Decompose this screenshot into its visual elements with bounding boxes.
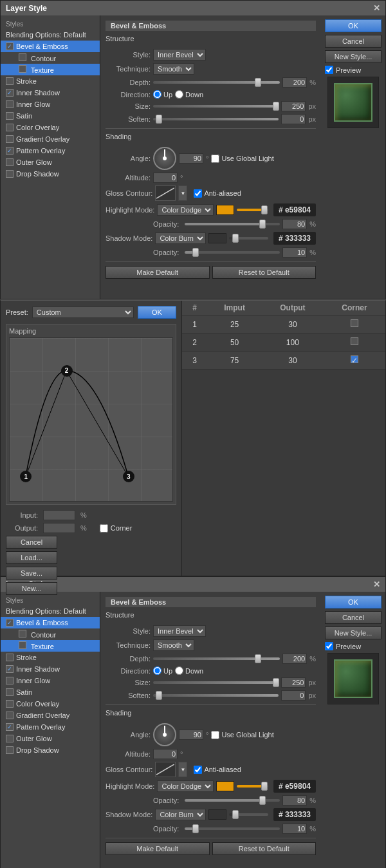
- bevel-emboss-checkbox[interactable]: ✓: [6, 42, 14, 50]
- cancel-button[interactable]: Cancel: [325, 35, 381, 48]
- bot-new-style-button[interactable]: New Style...: [325, 627, 381, 639]
- reset-to-default-button[interactable]: Reset to Default: [212, 266, 317, 279]
- gradient-overlay-checkbox[interactable]: [6, 135, 14, 143]
- bot-style-select[interactable]: Inner Bevel: [153, 625, 206, 637]
- sidebar-item-blending[interactable]: Blending Options: Default: [1, 29, 100, 41]
- sidebar-item-stroke[interactable]: Stroke: [1, 75, 100, 87]
- bot-highlight-opacity-input[interactable]: [282, 795, 307, 806]
- sidebar-item-contour[interactable]: Contour: [1, 52, 100, 64]
- preset-select[interactable]: Custom: [32, 307, 134, 318]
- bot-inner-shadow-checkbox[interactable]: ✓: [6, 665, 14, 673]
- use-global-light-checkbox[interactable]: [211, 155, 219, 163]
- direction-up-radio[interactable]: [153, 90, 161, 99]
- bot-sidebar-item-texture[interactable]: Texture: [1, 640, 100, 652]
- row2-corner-checkbox[interactable]: [351, 337, 358, 345]
- bot-soften-thumb[interactable]: [156, 691, 162, 700]
- contour-checkbox[interactable]: [19, 53, 26, 61]
- make-default-button[interactable]: Make Default: [106, 266, 210, 279]
- curve-cancel-button[interactable]: Cancel: [6, 536, 57, 549]
- shadow-opacity-slider[interactable]: [185, 251, 280, 254]
- bot-sidebar-item-inner-shadow[interactable]: ✓ Inner Shadow: [1, 663, 100, 675]
- bot-altitude-input[interactable]: [153, 749, 178, 759]
- row3-input[interactable]: 75: [207, 352, 261, 370]
- bot-gradient-overlay-checkbox[interactable]: [6, 712, 14, 719]
- direction-down-label[interactable]: Down: [175, 90, 203, 99]
- bot-size-slider[interactable]: [153, 681, 279, 684]
- texture-checkbox[interactable]: [19, 65, 26, 73]
- bot-shadow-color-swatch[interactable]: [208, 809, 226, 820]
- sidebar-item-texture[interactable]: Texture: [1, 64, 100, 75]
- curve-point-1[interactable]: 1: [20, 471, 32, 482]
- bot-anti-aliased-checkbox[interactable]: [194, 766, 202, 774]
- curve-point-2[interactable]: 2: [61, 365, 73, 377]
- sidebar-item-satin[interactable]: Satin: [1, 110, 100, 122]
- bot-direction-up-radio[interactable]: [153, 666, 161, 675]
- direction-down-radio[interactable]: [175, 90, 183, 99]
- bot-drop-shadow-checkbox[interactable]: [6, 746, 14, 754]
- row2-corner[interactable]: [324, 334, 385, 352]
- highlight-opacity-slider[interactable]: [185, 223, 280, 225]
- sidebar-item-color-overlay[interactable]: Color Overlay: [1, 122, 100, 133]
- depth-slider[interactable]: [153, 81, 280, 84]
- depth-input[interactable]: [282, 77, 307, 88]
- size-thumb[interactable]: [273, 102, 279, 111]
- sidebar-item-gradient-overlay[interactable]: Gradient Overlay: [1, 133, 100, 145]
- shadow-mode-select[interactable]: Color Burn: [155, 232, 206, 244]
- bot-angle-circle[interactable]: [153, 723, 176, 746]
- bot-shadow-opacity-slider[interactable]: [185, 827, 280, 830]
- altitude-input[interactable]: [153, 173, 178, 183]
- curve-point-3[interactable]: 3: [123, 471, 134, 482]
- bot-size-thumb[interactable]: [273, 678, 279, 687]
- bot-shadow-opacity-input[interactable]: [282, 824, 307, 834]
- sidebar-item-inner-shadow[interactable]: ✓ Inner Shadow: [1, 87, 100, 99]
- bot-gloss-contour-preview[interactable]: [155, 762, 176, 777]
- bot-bevel-emboss-checkbox[interactable]: ✓: [6, 619, 14, 627]
- row1-output[interactable]: 30: [262, 316, 324, 334]
- soften-input[interactable]: [281, 114, 306, 124]
- shadow-opacity-input[interactable]: [282, 247, 307, 258]
- bot-angle-input[interactable]: [179, 730, 203, 740]
- bot-sidebar-item-bevel-emboss[interactable]: ✓ Bevel & Emboss: [1, 617, 100, 628]
- bot-depth-slider[interactable]: [153, 657, 280, 660]
- highlight-opacity-input[interactable]: [282, 219, 307, 229]
- bot-sidebar-item-stroke[interactable]: Stroke: [1, 652, 100, 663]
- pattern-overlay-checkbox[interactable]: ✓: [6, 147, 14, 155]
- bot-highlight-opacity-thumb[interactable]: [259, 796, 266, 805]
- bot-highlight-slider[interactable]: [237, 785, 268, 788]
- load-button[interactable]: Load...: [6, 551, 57, 564]
- size-slider[interactable]: [153, 105, 279, 108]
- technique-select[interactable]: Smooth: [153, 63, 194, 75]
- bot-highlight-thumb[interactable]: [261, 782, 268, 791]
- bot-shadow-mode-select[interactable]: Color Burn: [155, 809, 206, 820]
- row1-corner[interactable]: [324, 316, 385, 334]
- bot-sidebar-item-contour[interactable]: Contour: [1, 628, 100, 640]
- bot-anti-aliased-label[interactable]: Anti-aliased: [194, 766, 241, 774]
- angle-circle[interactable]: [153, 147, 176, 170]
- satin-checkbox[interactable]: [6, 112, 14, 120]
- bot-shadow-opacity-thumb[interactable]: [192, 824, 199, 833]
- bot-preview-checkbox[interactable]: [325, 642, 333, 650]
- gloss-contour-preview[interactable]: [155, 185, 176, 201]
- bot-sidebar-item-drop-shadow[interactable]: Drop Shadow: [1, 744, 100, 756]
- sidebar-item-drop-shadow[interactable]: Drop Shadow: [1, 168, 100, 180]
- bot-direction-down-label[interactable]: Down: [175, 666, 203, 675]
- sidebar-item-bevel-emboss[interactable]: ✓ Bevel & Emboss: [1, 41, 100, 52]
- bottom-close-button[interactable]: ✕: [373, 580, 380, 589]
- curve-canvas[interactable]: 1 2 3: [9, 337, 173, 502]
- input-field[interactable]: [43, 510, 75, 520]
- bot-ok-button[interactable]: OK: [325, 596, 381, 609]
- shadow-slider[interactable]: [229, 237, 268, 240]
- bot-color-overlay-checkbox[interactable]: [6, 700, 14, 708]
- stroke-checkbox[interactable]: [6, 77, 14, 85]
- curve-ok-button[interactable]: OK: [138, 306, 176, 319]
- bot-soften-input[interactable]: [281, 690, 306, 701]
- sidebar-item-inner-glow[interactable]: Inner Glow: [1, 99, 100, 110]
- new-style-button[interactable]: New Style...: [325, 50, 381, 63]
- bot-satin-checkbox[interactable]: [6, 688, 14, 696]
- save-button[interactable]: Save...: [6, 567, 57, 580]
- bot-sidebar-item-satin[interactable]: Satin: [1, 686, 100, 698]
- bot-use-global-light-checkbox[interactable]: [211, 731, 219, 739]
- outer-glow-checkbox[interactable]: [6, 158, 14, 166]
- bot-shadow-slider[interactable]: [229, 813, 268, 816]
- row3-corner[interactable]: ✓: [324, 352, 385, 370]
